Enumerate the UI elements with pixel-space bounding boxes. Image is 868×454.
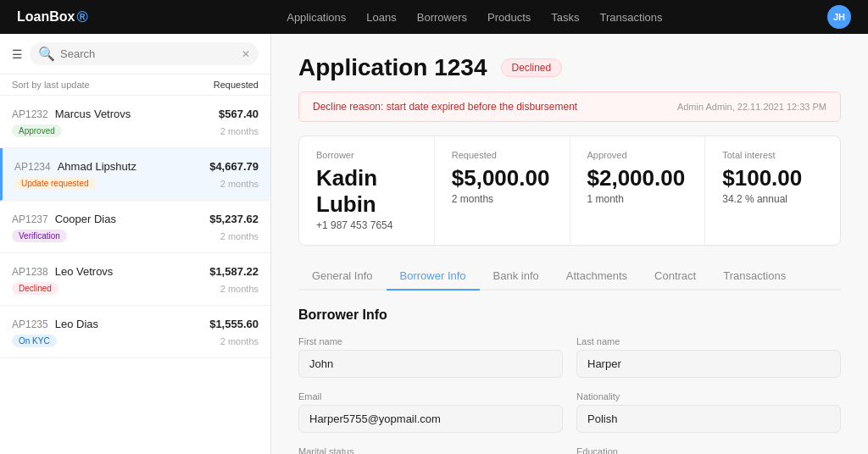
decline-notice: Decline reason: start date expired befor… — [298, 91, 841, 122]
field-email: Email Harper5755@yopmail.com — [298, 391, 563, 433]
nationality-label: Nationality — [576, 391, 841, 401]
email-label: Email — [298, 391, 563, 401]
loan-name: Marcus Vetrovs — [55, 108, 131, 120]
loan-time: 2 months — [220, 126, 259, 136]
loan-item-ap1237[interactable]: AP1237Cooper Dias $5,237.62 Verification… — [0, 201, 270, 253]
stat-requested: Requested $5,000.00 2 months — [435, 136, 570, 245]
decline-meta: Admin Admin, 22.11.2021 12:33 PM — [677, 102, 826, 112]
logo: LoanBox® — [17, 8, 88, 26]
loan-item-ap1238[interactable]: AP1238Leo Vetrovs $1,587.22 Declined 2 m… — [0, 253, 270, 306]
last-name-label: Last name — [576, 336, 841, 346]
loan-badge: Approved — [12, 125, 62, 137]
nationality-value: Polish — [576, 405, 841, 433]
nav-links: Applications Loans Borrowers Products Ta… — [122, 11, 827, 24]
filter-icon[interactable]: ☰ — [12, 47, 23, 61]
field-nationality: Nationality Polish — [576, 391, 841, 433]
loan-item-ap1234[interactable]: AP1234Ahmad Lipshutz $4,667.79 Update re… — [0, 148, 270, 201]
first-name-value: John — [298, 350, 563, 378]
sidebar-list: AP1232Marcus Vetrovs $567.40 Approved 2 … — [0, 96, 270, 454]
loan-id: AP1234 — [14, 161, 51, 173]
nav-applications[interactable]: Applications — [287, 11, 346, 24]
loan-amount: $1,587.22 — [209, 265, 259, 278]
decline-reason: Decline reason: start date expired befor… — [313, 101, 577, 113]
status-badge: Declined — [501, 58, 563, 77]
loan-amount: $4,667.79 — [209, 160, 259, 173]
interest-label: Total interest — [722, 150, 823, 160]
loan-amount: $5,237.62 — [209, 213, 259, 225]
field-last-name: Last name Harper — [576, 336, 841, 378]
loan-id: AP1238 — [12, 266, 48, 278]
tab-bank-info[interactable]: Bank info — [480, 263, 553, 291]
tab-bar: General Info Borrower Info Bank info Att… — [298, 263, 841, 291]
field-marital-status: Marital status Married — [298, 446, 563, 454]
last-name-value: Harper — [576, 350, 841, 378]
nav-loans[interactable]: Loans — [366, 11, 396, 24]
email-value: Harper5755@yopmail.com — [298, 405, 563, 433]
loan-name: Leo Dias — [55, 318, 98, 330]
loan-badge: Verification — [12, 230, 67, 242]
requested-label: Requested — [452, 150, 553, 160]
loan-id: AP1237 — [12, 213, 48, 225]
top-nav: LoanBox® Applications Loans Borrowers Pr… — [0, 0, 868, 34]
loan-time: 2 months — [220, 336, 259, 346]
loan-id: AP1232 — [12, 108, 48, 120]
marital-status-label: Marital status — [298, 446, 563, 454]
search-input[interactable] — [60, 47, 236, 60]
nav-tasks[interactable]: Tasks — [551, 11, 579, 24]
requested-amount: $5,000.00 — [452, 165, 553, 191]
loan-name: Ahmad Lipshutz — [58, 160, 136, 173]
stat-borrower: Borrower Kadin Lubin +1 987 453 7654 — [299, 136, 435, 245]
content-area: Application 1234 Declined Decline reason… — [271, 34, 868, 454]
loan-time: 2 months — [220, 284, 259, 294]
borrower-phone: +1 987 453 7654 — [316, 219, 417, 231]
field-education: Education Bachelor's degree — [576, 446, 841, 454]
section-title: Borrower Info — [298, 307, 841, 323]
sidebar-sort: Sort by last update Requested — [0, 75, 270, 96]
approved-label: Approved — [587, 150, 688, 160]
approved-amount: $2,000.00 — [587, 165, 688, 191]
form-grid: First name John Last name Harper Email H… — [298, 336, 841, 454]
stats-row: Borrower Kadin Lubin +1 987 453 7654 Req… — [298, 136, 841, 246]
loan-amount: $567.40 — [219, 108, 259, 120]
tab-attachments[interactable]: Attachments — [553, 263, 641, 291]
loan-name: Leo Vetrovs — [55, 265, 114, 278]
loan-time: 2 months — [220, 231, 259, 241]
avatar[interactable]: JH — [827, 5, 851, 29]
stat-interest: Total interest $100.00 34.2 % annual — [705, 136, 840, 245]
stat-approved: Approved $2,000.00 1 month — [570, 136, 706, 245]
loan-item-ap1232[interactable]: AP1232Marcus Vetrovs $567.40 Approved 2 … — [0, 96, 270, 148]
interest-amount: $100.00 — [722, 165, 823, 191]
borrower-info-section: Borrower Info First name John Last name … — [298, 307, 841, 454]
application-title: Application 1234 — [298, 54, 487, 81]
tab-borrower-info[interactable]: Borrower Info — [387, 263, 480, 291]
requested-duration: 2 months — [452, 193, 553, 205]
nav-transactions[interactable]: Transactions — [600, 11, 663, 24]
field-first-name: First name John — [298, 336, 563, 378]
interest-rate: 34.2 % annual — [722, 193, 823, 205]
nav-products[interactable]: Products — [487, 11, 531, 24]
loan-badge: On KYC — [12, 335, 57, 347]
loan-id: AP1235 — [12, 318, 48, 330]
education-label: Education — [576, 446, 841, 454]
search-box: 🔍 ✕ — [30, 42, 259, 65]
loan-name: Cooper Dias — [55, 213, 116, 225]
loan-item-ap1235[interactable]: AP1235Leo Dias $1,555.60 On KYC 2 months — [0, 306, 270, 358]
search-clear-button[interactable]: ✕ — [242, 48, 250, 60]
borrower-name: Kadin Lubin — [316, 165, 417, 218]
tab-general-info[interactable]: General Info — [298, 263, 387, 291]
search-icon: 🔍 — [38, 46, 55, 62]
loan-amount: $1,555.60 — [209, 318, 259, 330]
main-layout: ☰ 🔍 ✕ Sort by last update Requested AP12… — [0, 34, 868, 454]
approved-duration: 1 month — [587, 193, 688, 205]
nav-borrowers[interactable]: Borrowers — [417, 11, 467, 24]
application-header: Application 1234 Declined — [298, 54, 841, 81]
first-name-label: First name — [298, 336, 563, 346]
loan-badge: Update requested — [14, 177, 96, 190]
borrower-label: Borrower — [316, 150, 417, 160]
loan-badge: Declined — [12, 282, 58, 295]
sidebar: ☰ 🔍 ✕ Sort by last update Requested AP12… — [0, 34, 271, 454]
tab-transactions[interactable]: Transactions — [709, 263, 799, 291]
sidebar-header: ☰ 🔍 ✕ — [0, 34, 270, 75]
tab-contract[interactable]: Contract — [641, 263, 709, 291]
loan-time: 2 months — [220, 179, 259, 189]
